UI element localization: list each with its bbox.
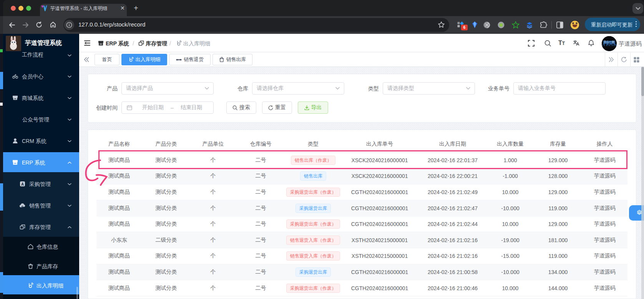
svg-text:文心一言: 文心一言: [604, 40, 614, 43]
svg-text:A: A: [21, 182, 24, 186]
